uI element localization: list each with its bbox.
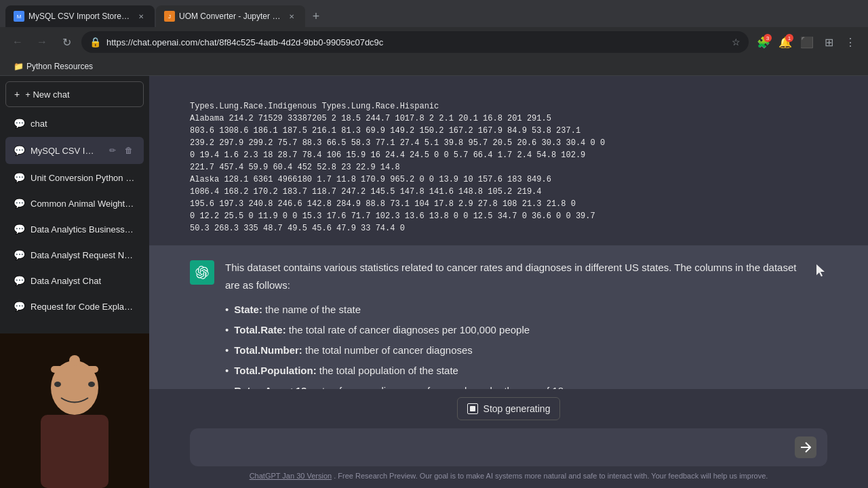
stop-label: Stop generating [484,403,551,414]
ai-intro-text: This dataset contains various statistics… [225,259,806,293]
bullet-total-rate: • Total.Rate: the total rate of cancer d… [225,322,806,338]
nav-bar: ← → ↻ 🔒 https://chat.openai.com/chat/8f8… [0,27,868,57]
tab-title-mysql: MySQL CSV Import Stored Proce... [28,12,132,21]
sidebar-item-data-analytics[interactable]: 💬 Data Analytics Business Featu... [5,217,144,241]
chat-input[interactable] [201,441,789,453]
extensions-badge: 3 [764,34,772,42]
sidebar-item-request-code[interactable]: 💬 Request for Code Explanation [5,294,144,319]
footer-link[interactable]: ChatGPT Jan 30 Version [250,472,332,480]
browser-chrome: M MySQL CSV Import Stored Proce... ✕ J U… [0,0,868,76]
openai-logo-icon [195,266,209,279]
tab-close-mysql[interactable]: ✕ [136,11,146,22]
analyst-request-chat-icon: 💬 [14,249,25,260]
delete-button[interactable]: 🗑 [122,144,136,157]
bookmarks-bar: 📁 Python Resources [0,57,868,76]
address-text: https://chat.openai.com/chat/8f84c525-4a… [106,37,726,47]
sidebar: + + New chat 💬 chat 💬 MySQL CSV Import S… [0,76,149,488]
cursor-position [816,259,827,281]
data-section: Types.Lung.Race.Indigenous Types.Lung.Ra… [149,89,868,245]
stop-square [470,406,475,411]
data-row-6: 1086.4 168.2 170.2 183.7 118.7 247.2 145… [190,186,827,198]
sidebar-item-data-analyst-request[interactable]: 💬 Data Analyst Request No Data [5,243,144,267]
bookmarks-item-python[interactable]: 📁 Python Resources [8,60,98,73]
chat-content[interactable]: Types.Lung.Race.Indigenous Types.Lung.Ra… [149,76,868,389]
reload-button[interactable]: ↻ [57,33,76,52]
sidebar-item-mysql[interactable]: 💬 MySQL CSV Import Sto... ✏ 🗑 [5,137,144,164]
bullet-text-age: Rates.Age.< 18: rate of cancer diagnoses… [234,383,564,389]
tab-mysql[interactable]: M MySQL CSV Import Stored Proce... ✕ [5,5,155,27]
extensions-icon[interactable]: 🧩 3 [754,33,773,52]
chat-icon: 💬 [14,118,25,129]
tab-close-jupyter[interactable]: ✕ [286,11,297,22]
analyst-chat-icon: 💬 [14,275,25,286]
stop-icon [467,403,478,414]
sidebar-item-unit-conversion[interactable]: 💬 Unit Conversion Python Code [5,165,144,190]
request-code-chat-icon: 💬 [14,301,25,312]
notification-icon[interactable]: 🔔 1 [776,33,795,52]
ai-bullet-list: • State: the name of the state • Total.R… [225,302,806,389]
folder-icon: 📁 [14,62,24,71]
unit-chat-icon: 💬 [14,172,25,183]
data-row-3: 0 19.4 1.6 2.3 18 28.7 78.4 106 15.9 16 … [190,149,827,161]
data-row-7: 195.6 197.3 240.8 246.6 142.8 284.9 88.8… [190,198,827,210]
footer-description: . Free Research Preview. Our goal is to … [334,472,768,480]
chat-input-area[interactable] [190,428,827,466]
bullet-rates-age: • Rates.Age.< 18: rate of cancer diagnos… [225,383,806,389]
ai-message: This dataset contains various statistics… [149,245,868,389]
analytics-chat-icon: 💬 [14,224,25,235]
main-chat-area: Types.Lung.Race.Indigenous Types.Lung.Ra… [149,76,868,488]
bullet-total-number: • Total.Number: the total number of canc… [225,342,806,359]
data-row-0: Alabama 214.2 71529 33387205 2 18.5 244.… [190,113,827,125]
sidebar-item-label-unit: Unit Conversion Python Code [31,173,136,183]
tab-favicon-jupyter: J [164,11,175,22]
bookmark-label: Python Resources [26,62,93,71]
address-bar[interactable]: 🔒 https://chat.openai.com/chat/8f84c525-… [81,31,749,53]
plus-icon: + [14,89,20,100]
sidebar-item-common-animal[interactable]: 💬 Common Animal Weights List [5,191,144,216]
app-container: + + New chat 💬 chat 💬 MySQL CSV Import S… [0,76,868,488]
send-button[interactable] [795,436,816,458]
grid-icon[interactable]: ⊞ [819,33,838,52]
video-frame [0,333,149,488]
sidebar-item-label-analyst-chat: Data Analyst Chat [31,276,136,286]
tab-bar: M MySQL CSV Import Stored Proce... ✕ J U… [0,0,868,27]
lock-icon: 🔒 [90,37,101,47]
forward-button[interactable]: → [33,33,52,52]
data-header-row: Types.Lung.Race.Indigenous Types.Lung.Ra… [190,100,827,113]
puzzle-icon[interactable]: ⬛ [797,33,816,52]
bullet-text-number: Total.Number: the total number of cancer… [234,342,473,359]
tab-title-jupyter: UOM Converter - Jupyter Notebook [179,12,282,21]
sidebar-item-label-analyst-request: Data Analyst Request No Data [31,250,136,260]
back-button[interactable]: ← [8,33,27,52]
send-icon [800,442,811,453]
nav-right-buttons: 🧩 3 🔔 1 ⬛ ⊞ ⋮ [754,33,860,52]
menu-icon[interactable]: ⋮ [841,33,860,52]
sidebar-item-chat[interactable]: 💬 chat [5,111,144,136]
edit-button[interactable]: ✏ [106,144,119,157]
sidebar-item-actions: ✏ 🗑 [106,144,136,157]
mysql-chat-icon: 💬 [14,145,25,156]
data-row-5: Alaska 128.1 6361 4966180 1.7 11.8 170.9… [190,174,827,186]
sidebar-item-data-analyst-chat[interactable]: 💬 Data Analyst Chat [5,268,144,293]
bullet-state: • State: the name of the state [225,302,806,318]
bookmark-star-icon[interactable]: ☆ [732,37,741,47]
new-tab-button[interactable]: + [307,7,326,26]
new-chat-button[interactable]: + + New chat [5,81,144,107]
tab-favicon-mysql: M [14,11,24,22]
stop-generating-button[interactable]: Stop generating [457,397,561,420]
bullet-text-population: Total.Population: the total population o… [234,363,458,379]
footer-text: ChatGPT Jan 30 Version . Free Research P… [190,472,827,480]
person-video [0,333,149,488]
data-row-4: 221.7 457.4 59.9 60.4 452 52.8 23 22.9 1… [190,161,827,174]
video-overlay [0,333,149,488]
bullet-dot-5: • [225,383,229,389]
bullet-dot: • [225,302,229,318]
tab-jupyter[interactable]: J UOM Converter - Jupyter Notebook ✕ [156,5,305,27]
bullet-dot-4: • [225,363,229,379]
sidebar-item-label-mysql: MySQL CSV Import Sto... [31,146,100,156]
notification-badge: 1 [785,34,793,42]
bullet-dot-3: • [225,342,229,359]
bullet-dot-2: • [225,322,229,338]
sidebar-item-label-analytics: Data Analytics Business Featu... [31,224,136,235]
new-chat-label: + New chat [25,89,69,100]
